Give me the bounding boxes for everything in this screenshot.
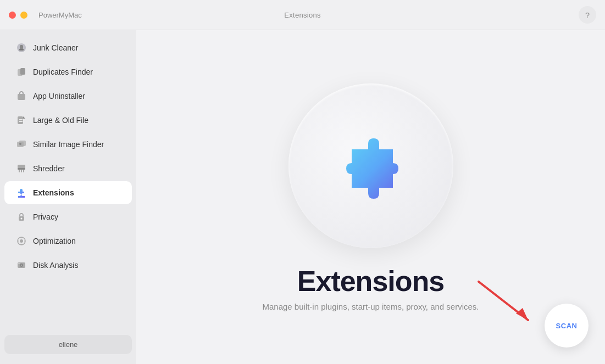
svg-point-11 <box>19 143 21 145</box>
svg-rect-13 <box>18 168 25 170</box>
privacy-icon <box>15 211 27 223</box>
svg-line-29 <box>479 282 528 320</box>
svg-point-18 <box>21 218 23 220</box>
svg-rect-16 <box>23 170 24 172</box>
disk-icon <box>15 259 27 271</box>
scan-button[interactable]: SCAN <box>545 304 589 348</box>
app-uninstaller-icon <box>15 90 27 102</box>
traffic-lights <box>9 12 27 19</box>
window-title: Extensions <box>284 11 321 19</box>
svg-rect-1 <box>20 45 23 49</box>
large-file-icon <box>15 114 27 126</box>
svg-point-27 <box>21 265 22 266</box>
puzzle-icon <box>327 122 415 210</box>
sidebar: Junk Cleaner Duplicates Finder App Unins… <box>0 30 136 364</box>
sidebar-item-shredder[interactable]: Shredder <box>4 157 132 180</box>
app-logo-area: PowerMyMac <box>38 11 82 19</box>
sidebar-item-similar-image-finder[interactable]: Similar Image Finder <box>4 133 132 156</box>
duplicates-icon <box>15 66 27 78</box>
sidebar-label-app-uninstaller: App Uninstaller <box>33 92 85 100</box>
user-name: eliene <box>59 340 78 349</box>
sidebar-label-shredder: Shredder <box>33 164 65 173</box>
sidebar-label-large-old-file: Large & Old File <box>33 116 88 125</box>
sidebar-item-optimization[interactable]: Optimization <box>4 229 132 253</box>
shredder-icon <box>15 163 27 175</box>
extensions-icon <box>15 187 27 199</box>
svg-rect-2 <box>19 49 24 51</box>
svg-rect-4 <box>20 68 25 75</box>
svg-rect-12 <box>18 165 25 169</box>
sidebar-label-similar-image-finder: Similar Image Finder <box>33 140 104 149</box>
content-title: Extensions <box>297 265 444 298</box>
titlebar: PowerMyMac Extensions ? <box>0 0 605 30</box>
sidebar-item-extensions[interactable]: Extensions <box>4 181 132 204</box>
sidebar-label-extensions: Extensions <box>33 188 74 197</box>
sidebar-item-app-uninstaller[interactable]: App Uninstaller <box>4 85 132 108</box>
main-layout: Junk Cleaner Duplicates Finder App Unins… <box>0 30 605 364</box>
close-button[interactable] <box>9 12 16 19</box>
svg-rect-28 <box>18 263 20 264</box>
sidebar-item-duplicates-finder[interactable]: Duplicates Finder <box>4 60 132 83</box>
sidebar-label-disk-analysis: Disk Analysis <box>33 261 78 270</box>
feature-icon-circle <box>288 83 453 248</box>
sidebar-item-disk-analysis[interactable]: Disk Analysis <box>4 254 132 277</box>
svg-rect-15 <box>21 170 22 172</box>
sidebar-label-optimization: Optimization <box>33 237 76 245</box>
sidebar-item-large-old-file[interactable]: Large & Old File <box>4 109 132 132</box>
sidebar-label-junk-cleaner: Junk Cleaner <box>33 43 79 52</box>
sidebar-label-privacy: Privacy <box>33 212 58 221</box>
sidebar-item-privacy[interactable]: Privacy <box>4 205 132 228</box>
svg-rect-14 <box>19 170 20 172</box>
svg-marker-30 <box>516 308 528 320</box>
help-button[interactable]: ? <box>579 6 596 24</box>
svg-rect-5 <box>18 94 25 100</box>
svg-rect-6 <box>18 116 23 124</box>
sidebar-label-duplicates-finder: Duplicates Finder <box>33 68 93 76</box>
similar-image-icon <box>15 138 27 150</box>
minimize-button[interactable] <box>20 12 27 19</box>
arrow-indicator <box>473 276 539 331</box>
scan-label: SCAN <box>556 322 578 330</box>
app-name: PowerMyMac <box>38 11 82 19</box>
content-area: Extensions Manage built-in plugins, star… <box>136 30 605 364</box>
svg-point-20 <box>20 239 23 243</box>
content-description: Manage built-in plugins, start-up items,… <box>262 302 479 311</box>
sidebar-item-junk-cleaner[interactable]: Junk Cleaner <box>4 36 132 59</box>
broom-icon <box>15 42 27 54</box>
optimization-icon <box>15 235 27 247</box>
user-profile[interactable]: eliene <box>4 335 132 354</box>
